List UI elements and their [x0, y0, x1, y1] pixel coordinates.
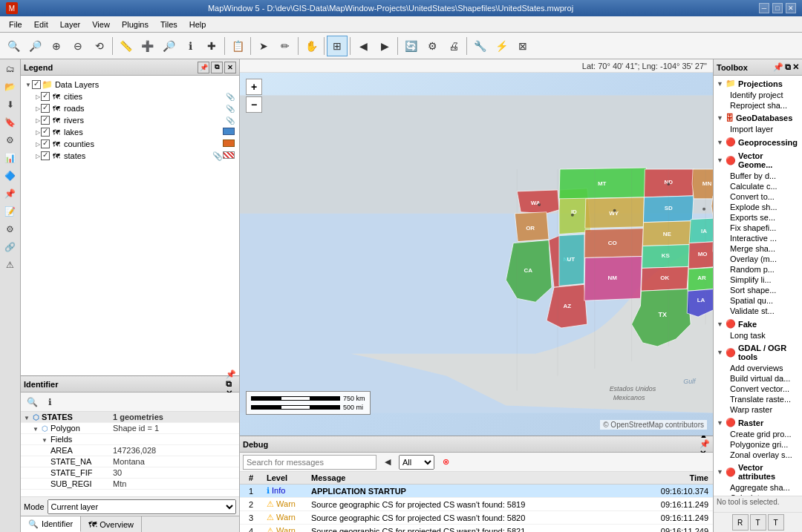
toolbox-item-sort[interactable]: Sort shape...: [715, 285, 801, 295]
refresh-button[interactable]: 🔄: [400, 36, 421, 56]
zoom-in-map-button[interactable]: +: [246, 79, 262, 95]
menu-file[interactable]: File: [3, 19, 28, 30]
toolbox-item-simplify[interactable]: Simplify li...: [715, 275, 801, 285]
extra-button-1[interactable]: 🔧: [469, 36, 490, 56]
data-layers-group[interactable]: ▼ 📁 Data Layers: [24, 79, 236, 91]
debug-row-2[interactable]: 2 ⚠ Warn Source geographic CS for projec…: [240, 498, 713, 511]
sidebar-icon-12[interactable]: ⚠: [2, 257, 19, 273]
toolbox-pin-button[interactable]: 📌: [773, 62, 783, 72]
debug-pin-button[interactable]: 📌: [700, 439, 710, 449]
zoom-selected-button[interactable]: ⟲: [89, 36, 110, 56]
maximize-button[interactable]: □: [772, 3, 783, 13]
zoom-extent-button[interactable]: ⊕: [46, 36, 67, 56]
cities-checkbox[interactable]: [41, 92, 50, 101]
measure-button[interactable]: 📏: [115, 36, 136, 56]
toolbox-item-polygonize[interactable]: Polygonize gri...: [715, 439, 801, 450]
toolbox-group-vector-header[interactable]: ▼ 🔴 Vector Geome...: [715, 150, 801, 171]
toolbox-item-spatial[interactable]: Spatial qu...: [715, 295, 801, 306]
debug-search-button[interactable]: ◀: [379, 454, 396, 470]
layer-row-rivers[interactable]: ▷ 🗺 rivers 📎: [24, 114, 236, 126]
toolbox-bottom-btn-2[interactable]: T: [750, 514, 766, 531]
toolbox-item-reproject-shape[interactable]: Reproject sha...: [715, 100, 801, 111]
toolbox-bottom-btn-3[interactable]: T: [768, 514, 784, 531]
toolbox-item-zonal[interactable]: Zonal overlay s...: [715, 450, 801, 460]
states-checkbox[interactable]: [41, 151, 50, 160]
legend-float-button[interactable]: ⧉: [211, 62, 223, 73]
add-layer-button[interactable]: ➕: [137, 36, 157, 56]
toolbox-item-identify-project[interactable]: Identify project: [715, 90, 801, 100]
identifier-info-button[interactable]: ℹ: [42, 394, 58, 410]
toolbox-item-convert-to[interactable]: Convert to...: [715, 191, 801, 202]
rivers-checkbox[interactable]: [41, 116, 50, 125]
tab-identifier[interactable]: 🔍 Identifier: [21, 516, 81, 532]
layer-row-cities[interactable]: ▷ 🗺 cities 📎: [24, 91, 236, 102]
toolbox-item-build-virtual[interactable]: Build virtual da...: [715, 373, 801, 384]
mode-select[interactable]: Current layer All layers: [48, 499, 236, 514]
layer-row-counties[interactable]: ▷ 🗺 counties: [24, 138, 236, 150]
zoom-out-map-button[interactable]: −: [246, 96, 262, 113]
sidebar-icon-5[interactable]: ⚙: [2, 132, 19, 148]
toolbox-group-raster-header[interactable]: ▼ 🔴 Raster: [715, 416, 801, 429]
sidebar-icon-3[interactable]: ⬇: [2, 96, 19, 113]
toolbox-group-geodatabases-header[interactable]: ▼ 🗄 GeoDatabases: [715, 112, 801, 124]
identify-button[interactable]: ℹ: [180, 36, 200, 56]
toolbox-item-random[interactable]: Random p...: [715, 264, 801, 275]
layer-row-lakes[interactable]: ▷ 🗺 lakes: [24, 126, 236, 138]
toolbox-float-button[interactable]: ⧉: [785, 62, 791, 72]
debug-clear-button[interactable]: ⊗: [437, 454, 454, 470]
menu-edit[interactable]: Edit: [28, 19, 54, 30]
roads-checkbox[interactable]: [41, 104, 50, 113]
sidebar-icon-4[interactable]: 🔖: [2, 114, 19, 131]
sidebar-icon-2[interactable]: 📂: [2, 79, 19, 95]
menu-view[interactable]: View: [86, 19, 116, 30]
tab-overview[interactable]: 🗺 Overview: [81, 516, 142, 532]
zoom-out-button[interactable]: 🔎: [25, 36, 45, 56]
sidebar-icon-6[interactable]: 📊: [2, 150, 19, 166]
close-button[interactable]: ✕: [786, 3, 796, 13]
toolbox-item-buffer[interactable]: Buffer by d...: [715, 171, 801, 181]
menu-layer[interactable]: Layer: [54, 19, 87, 30]
sidebar-icon-8[interactable]: 📌: [2, 185, 19, 202]
sidebar-icon-1[interactable]: 🗂: [2, 61, 19, 77]
zoom-map-button[interactable]: ⊞: [327, 36, 348, 56]
layer-row-states[interactable]: ▷ 🗺 states 📎: [24, 150, 236, 162]
toolbox-item-add-overviews[interactable]: Add overviews: [715, 363, 801, 373]
sidebar-icon-9[interactable]: 📝: [2, 203, 19, 220]
debug-row-4[interactable]: 4 ⚠ Warn Source geographic CS for projec…: [240, 525, 713, 533]
deselect-button[interactable]: ✏: [275, 36, 296, 56]
identifier-float-button[interactable]: ⧉: [226, 379, 236, 389]
toolbox-item-merge[interactable]: Merge sha...: [715, 243, 801, 254]
sidebar-icon-11[interactable]: 🔗: [2, 239, 19, 255]
attribute-button[interactable]: 📋: [227, 36, 248, 56]
toolbox-item-validate[interactable]: Validate st...: [715, 306, 801, 316]
toolbox-item-overlay[interactable]: Overlay (m...: [715, 254, 801, 264]
legend-pin-button[interactable]: 📌: [198, 62, 209, 73]
legend-close-button[interactable]: ✕: [224, 62, 236, 73]
debug-row-1[interactable]: 1 ℹ Info APPLICATION STARTUP 09:16:10.37…: [240, 485, 713, 498]
toolbox-group-projections-header[interactable]: ▼ 📁 Projections: [715, 77, 801, 90]
debug-filter-select[interactable]: All Info Warn Error: [399, 455, 434, 470]
debug-row-3[interactable]: 3 ⚠ Warn Source geographic CS for projec…: [240, 511, 713, 525]
back-button[interactable]: ◀: [353, 36, 374, 56]
settings-button[interactable]: ⚙: [422, 36, 443, 56]
sidebar-icon-10[interactable]: ⚙: [2, 221, 19, 237]
find-button[interactable]: 🔎: [158, 36, 179, 56]
toolbox-group-gdal-header[interactable]: ▼ 🔴 GDAL / OGR tools: [715, 342, 801, 363]
select-button[interactable]: ✚: [201, 36, 222, 56]
toolbox-item-interactive[interactable]: Interactive ...: [715, 233, 801, 243]
toolbox-item-create-grid[interactable]: Create grid pro...: [715, 429, 801, 439]
zoom-in-button[interactable]: 🔍: [3, 36, 24, 56]
extra-button-3[interactable]: ⊠: [512, 36, 533, 56]
toolbox-item-import-layer[interactable]: Import layer: [715, 124, 801, 134]
sidebar-icon-7[interactable]: 🔷: [2, 168, 19, 184]
debug-search-input[interactable]: [243, 455, 376, 470]
toolbox-group-fake-header[interactable]: ▼ 🔴 Fake: [715, 318, 801, 330]
extra-button-2[interactable]: ⚡: [491, 36, 512, 56]
toolbox-item-warp[interactable]: Warp raster: [715, 404, 801, 415]
toolbox-item-exports[interactable]: Exports se...: [715, 212, 801, 223]
toolbox-item-translate-raster[interactable]: Translate raste...: [715, 394, 801, 404]
toolbox-item-calculate-c[interactable]: Calculate c...: [715, 181, 801, 191]
lakes-checkbox[interactable]: [41, 128, 50, 137]
toolbox-group-geoprocessing-header[interactable]: ▼ 🔴 Geoprocessing: [715, 136, 801, 148]
toolbox-item-long-task[interactable]: Long task: [715, 330, 801, 341]
